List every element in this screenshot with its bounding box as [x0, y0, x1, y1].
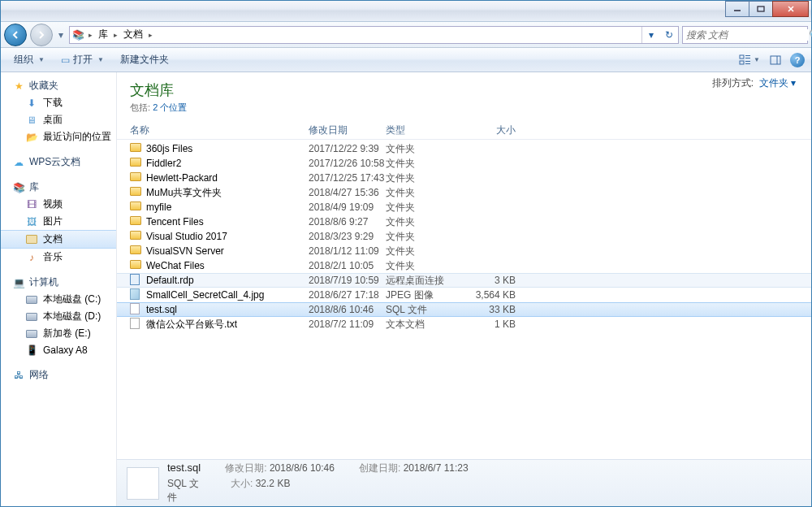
folder-icon: [130, 245, 141, 254]
file-type: 文件夹: [386, 215, 467, 229]
includes-link[interactable]: 2 个位置: [153, 102, 187, 112]
column-headers[interactable]: 名称 修改日期 类型 大小: [117, 119, 811, 140]
sidebar-item-galaxy[interactable]: 📱Galaxy A8: [1, 342, 116, 358]
file-type: 文件夹: [386, 259, 467, 273]
phone-icon: 📱: [25, 344, 38, 357]
file-name: VisualSVN Server: [146, 245, 309, 257]
col-name[interactable]: 名称: [130, 124, 309, 137]
maximize-button[interactable]: [749, 1, 773, 17]
file-row[interactable]: 微信公众平台账号.txt2018/7/2 11:09文本文档1 KB: [117, 317, 811, 332]
nav-history-dropdown[interactable]: ▾: [56, 29, 66, 41]
file-row[interactable]: SmallCell_SecretCall_4.jpg2018/6/27 17:1…: [117, 288, 811, 302]
file-date: 2018/8/6 9:27: [309, 216, 386, 228]
file-name: WeChat Files: [146, 260, 309, 271]
file-type: 远程桌面连接: [386, 274, 467, 288]
sidebar-item-recent[interactable]: 📂最近访问的位置: [1, 128, 116, 145]
picture-icon: 🖼: [25, 215, 38, 228]
file-icon: [130, 303, 140, 314]
file-row[interactable]: WeChat Files2018/2/1 10:05文件夹: [117, 258, 811, 273]
folder-icon: [130, 202, 141, 210]
file-row[interactable]: Default.rdp2018/7/19 10:59远程桌面连接3 KB: [117, 273, 811, 288]
document-icon: [25, 233, 38, 246]
sidebar-item-drive-e[interactable]: 新加卷 (E:): [1, 325, 116, 342]
arrange-by[interactable]: 排列方式: 文件夹 ▾: [712, 76, 796, 90]
sidebar-favorites[interactable]: 收藏夹: [29, 79, 58, 93]
sidebar-network[interactable]: 网络: [29, 368, 49, 382]
col-type[interactable]: 类型: [386, 124, 467, 137]
sidebar-item-desktop[interactable]: 🖥桌面: [1, 111, 116, 128]
breadcrumb-dropdown[interactable]: ▾: [642, 27, 660, 43]
preview-pane-button[interactable]: [764, 51, 787, 69]
details-filetype: SQL 文件: [167, 477, 206, 505]
file-name: 360js Files: [146, 143, 309, 154]
search-box[interactable]: 🔍: [682, 26, 808, 44]
sidebar-libraries[interactable]: 库: [29, 180, 39, 194]
nav-forward-button[interactable]: [30, 24, 53, 46]
sidebar-wps[interactable]: WPS云文档: [29, 155, 80, 169]
library-icon: 📚: [70, 29, 86, 41]
file-name: Visual Studio 2017: [146, 231, 309, 242]
file-thumbnail: [127, 467, 159, 500]
details-filename: test.sql: [167, 462, 201, 475]
file-row[interactable]: MuMu共享文件夹2018/4/27 15:36文件夹: [117, 185, 811, 200]
file-row[interactable]: Fiddler22017/12/26 10:58文件夹: [117, 156, 811, 171]
library-icon: 📚: [12, 181, 25, 194]
chevron-right-icon[interactable]: ▸: [146, 31, 155, 39]
col-date[interactable]: 修改日期: [309, 124, 386, 137]
file-row[interactable]: test.sql2018/8/6 10:46SQL 文件33 KB: [117, 302, 811, 317]
sidebar-item-documents[interactable]: 文档: [1, 230, 116, 249]
file-name: myfile: [146, 202, 309, 213]
file-list[interactable]: 360js Files2017/12/22 9:39文件夹Fiddler2201…: [117, 140, 811, 459]
file-row[interactable]: Hewlett-Packard2017/12/25 17:43文件夹: [117, 171, 811, 185]
breadcrumb-seg-documents[interactable]: 文档: [120, 27, 146, 43]
newfolder-button[interactable]: 新建文件夹: [114, 51, 175, 68]
open-button[interactable]: ▭打开▼: [54, 51, 110, 68]
file-row[interactable]: myfile2018/4/9 19:09文件夹: [117, 200, 811, 214]
file-date: 2017/12/26 10:58: [309, 158, 386, 169]
nav-back-button[interactable]: [4, 24, 27, 46]
file-type: 文件夹: [386, 186, 467, 200]
drive-icon: [25, 327, 38, 340]
folder-icon: [130, 216, 141, 225]
svg-rect-1: [758, 6, 764, 11]
svg-rect-10: [771, 56, 780, 64]
file-row[interactable]: Tencent Files2018/8/6 9:27文件夹: [117, 214, 811, 229]
close-button[interactable]: [772, 1, 809, 17]
sidebar-item-drive-c[interactable]: 本地磁盘 (C:): [1, 291, 116, 308]
breadcrumb[interactable]: 📚 ▸ 库 ▸ 文档 ▸ ▾ ↻: [69, 26, 679, 44]
search-input[interactable]: [686, 29, 809, 41]
file-row[interactable]: VisualSVN Server2018/1/12 11:09文件夹: [117, 244, 811, 258]
file-date: 2018/7/19 10:59: [309, 275, 386, 286]
file-date: 2017/12/22 9:39: [309, 143, 386, 154]
chevron-right-icon[interactable]: ▸: [111, 31, 120, 39]
library-title: 文档库: [130, 80, 798, 100]
file-name: SmallCell_SecretCall_4.jpg: [146, 289, 309, 301]
drive-icon: [25, 310, 38, 323]
folder-icon: [130, 187, 141, 196]
folder-icon: [130, 158, 141, 167]
folder-icon: [130, 231, 141, 240]
explorer-window: ▾ 📚 ▸ 库 ▸ 文档 ▸ ▾ ↻ 🔍 组织▼ ▭打开▼ 新建文件夹 ▼: [0, 0, 812, 507]
sidebar-item-downloads[interactable]: ⬇下载: [1, 94, 116, 111]
help-button[interactable]: ?: [790, 53, 805, 67]
file-row[interactable]: Visual Studio 20172018/3/23 9:29文件夹: [117, 229, 811, 244]
sidebar-item-music[interactable]: ♪音乐: [1, 249, 116, 266]
sidebar-item-pictures[interactable]: 🖼图片: [1, 213, 116, 230]
file-icon: [130, 318, 140, 329]
sidebar-item-videos[interactable]: 🎞视频: [1, 196, 116, 213]
sidebar-computer[interactable]: 计算机: [29, 275, 58, 289]
chevron-right-icon[interactable]: ▸: [86, 31, 95, 39]
minimize-button[interactable]: [725, 1, 749, 17]
breadcrumb-seg-libraries[interactable]: 库: [95, 27, 111, 43]
sidebar-item-drive-d[interactable]: 本地磁盘 (D:): [1, 308, 116, 325]
file-row[interactable]: 360js Files2017/12/22 9:39文件夹: [117, 141, 811, 156]
refresh-button[interactable]: ↻: [660, 27, 678, 43]
svg-rect-5: [745, 55, 750, 56]
search-icon: 🔍: [809, 29, 812, 41]
organize-button[interactable]: 组织▼: [7, 51, 51, 68]
file-type: 文件夹: [386, 245, 467, 258]
col-size[interactable]: 大小: [467, 124, 516, 137]
file-type: 文本文档: [386, 318, 467, 332]
view-options-button[interactable]: ▼: [738, 51, 761, 69]
star-icon: ★: [12, 80, 25, 93]
